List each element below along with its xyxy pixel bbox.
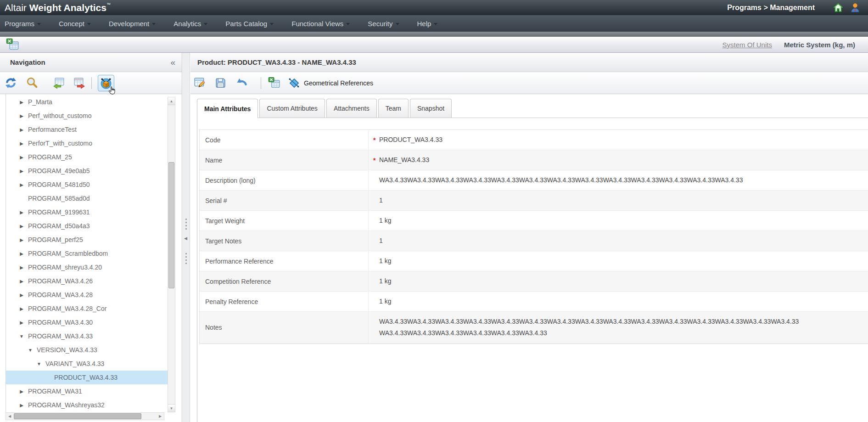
tree-item[interactable]: ▶ PROGRAM_WA3.4.30 [6,315,168,329]
horizontal-scrollbar-thumb[interactable] [14,413,141,419]
tree-arrow-icon[interactable]: ▶ [19,320,24,325]
tree-item[interactable]: ▶ PROGRAM_WA3.4.28_Cor [6,302,168,315]
field-label: Performance Reference [200,251,369,271]
tree-arrow-icon[interactable]: ▶ [19,210,24,215]
scroll-down-button[interactable]: ▼ [168,404,175,412]
tab[interactable]: Team [378,99,409,118]
tree-item[interactable]: ▶ P_Marta [6,95,168,109]
tab-label: Team [386,105,401,112]
tree-item-label: PerformanceTest [28,126,77,133]
tree-arrow-icon[interactable]: ▶ [19,306,24,311]
tree-arrow-icon[interactable]: ▼ [36,361,42,366]
tree-arrow-icon[interactable]: ▶ [19,237,24,242]
system-of-units-link[interactable]: System Of Units [722,41,772,49]
collapse-panel-button[interactable]: « [170,57,175,68]
tree-item[interactable]: ▶ PROGRAM_25 [6,150,168,164]
tree-arrow-icon[interactable]: ▶ [19,403,24,408]
field-value-cell: 1 [369,191,868,210]
tree-item[interactable]: ▶ PROGRAM_WA31 [6,384,168,398]
tree-arrow-icon[interactable]: ▶ [19,155,24,160]
excel-export-button[interactable] [5,37,20,52]
tree-arrow-icon[interactable]: ▶ [19,141,24,146]
tree-item[interactable]: ▶ PROGRAM_Scrambledbom [6,247,168,260]
tree-arrow-icon[interactable]: ▶ [19,113,24,118]
tree-item[interactable]: ▼ PROGRAM_WA3.4.33 [6,329,168,343]
user-icon[interactable] [850,2,861,13]
field-value: 1 kg [379,296,391,307]
vertical-scrollbar-thumb[interactable] [168,162,174,288]
table-left-arrow-button[interactable] [52,77,65,90]
tree-item[interactable]: ▶ Perf_without_customo [6,109,168,123]
tree-arrow-icon[interactable]: ▶ [19,293,24,298]
tree-item[interactable]: ▶ PerformanceTest [6,123,168,136]
tree-item[interactable]: ▶ PROGRAM_perf25 [6,233,168,247]
tree-vertical-scrollbar[interactable]: ▲ ▼ [168,97,175,412]
save-button[interactable] [214,77,227,90]
tree-item[interactable]: ▶ PROGRAM_49e0ab5 [6,164,168,178]
tree-arrow-icon[interactable]: ▶ [19,251,24,256]
tree-item[interactable]: ▶ PROGRAM_WA3.4.28 [6,288,168,302]
tree-arrow-icon[interactable]: ▶ [19,279,24,284]
panel-splitter[interactable]: ◀ [183,53,190,422]
edit-button[interactable] [193,77,206,90]
tree-item[interactable]: ▶ PROGRAM_WA3.4.26 [6,274,168,288]
tree-item[interactable]: ▶ PROGRAM_d50a4a3 [6,219,168,233]
tree-item[interactable]: ▶ PerforT_with_customo [6,136,168,150]
tree-item[interactable]: ▼ VARIANT_WA3.4.33 [6,357,168,371]
tree-item[interactable]: ▶ PROGRAM_9199631 [6,205,168,219]
tree-arrow-icon[interactable]: ▶ [19,182,24,187]
tree-item[interactable]: PRODUCT_WA3.4.33 [6,371,168,384]
save-icon [214,77,227,89]
tab[interactable]: Attachments [326,99,377,118]
menu-item[interactable]: Security [368,20,399,28]
tree-item[interactable]: PROGRAM_585ad0d [6,191,168,205]
tree-arrow-icon[interactable]: ▶ [19,389,24,394]
tree-item-label: Perf_without_customo [28,112,92,119]
search-button[interactable] [25,77,38,90]
tree-item[interactable]: ▶ PROGRAM_shreyu3.4.20 [6,260,168,274]
menu-item[interactable]: Programs [5,20,41,28]
attribute-row: Notes WA3.4.33WA3.4.33WA3.4.33WA3.4.33WA… [200,312,868,343]
scroll-left-button[interactable]: ◀ [6,413,13,420]
tab[interactable]: Main Attributes [197,99,258,118]
tree-item-label: PROGRAM_WA3.4.33 [28,332,93,340]
menu-item[interactable]: Functional Views [291,20,350,28]
splitter-grip[interactable] [185,253,187,264]
tree-item-label: P_Marta [28,98,52,106]
tab[interactable]: Custom Attributes [259,99,325,118]
tree-arrow-icon[interactable]: ▶ [19,127,24,132]
splitter-collapse-arrow[interactable]: ◀ [184,236,187,241]
menu-item-label: Development [109,20,149,28]
export-excel-button[interactable] [268,77,280,90]
menu-item[interactable]: Analytics [174,20,207,28]
menu-item[interactable]: Development [109,20,156,28]
refresh-button[interactable] [4,77,17,90]
tree-arrow-icon[interactable]: ▶ [19,224,24,229]
tree-item[interactable]: ▶ PROGRAM_5481d50 [6,178,168,191]
field-value: 1 kg [379,276,391,287]
tree-arrow-icon[interactable]: ▶ [19,265,24,270]
home-icon[interactable] [833,2,844,13]
tree-item[interactable]: ▼ VERSION_WA3.4.33 [6,343,168,357]
scroll-up-button[interactable]: ▲ [168,97,175,105]
tree-item-label: PROGRAM_WA3.4.30 [28,319,93,326]
field-value-cell: 1 kg [369,211,868,231]
tree-arrow-icon[interactable]: ▶ [19,100,24,105]
table-right-arrow-button[interactable] [73,77,85,90]
tree-horizontal-scrollbar[interactable]: ◀ ▶ [6,412,164,420]
splitter-grip[interactable] [185,219,187,230]
tree-arrow-icon[interactable]: ▼ [19,334,24,339]
menu-item[interactable]: Help [417,20,438,28]
scroll-right-button[interactable]: ▶ [157,413,164,420]
undo-button[interactable] [235,77,248,90]
tree-arrow-icon[interactable]: ▼ [28,348,33,353]
product-structure-button[interactable] [98,75,114,91]
navigation-toolbar [0,72,182,94]
geometrical-references-button[interactable]: Geometrical References [288,77,373,90]
menu-item[interactable]: Concept [59,20,91,28]
tree-item-label: VERSION_WA3.4.33 [37,346,97,354]
tab[interactable]: Snapshot [410,99,452,118]
tree-arrow-icon[interactable]: ▶ [19,169,24,174]
tree-item[interactable]: ▶ PROGRAM_WAshreyas32 [6,398,168,412]
menu-item[interactable]: Parts Catalog [225,20,274,28]
